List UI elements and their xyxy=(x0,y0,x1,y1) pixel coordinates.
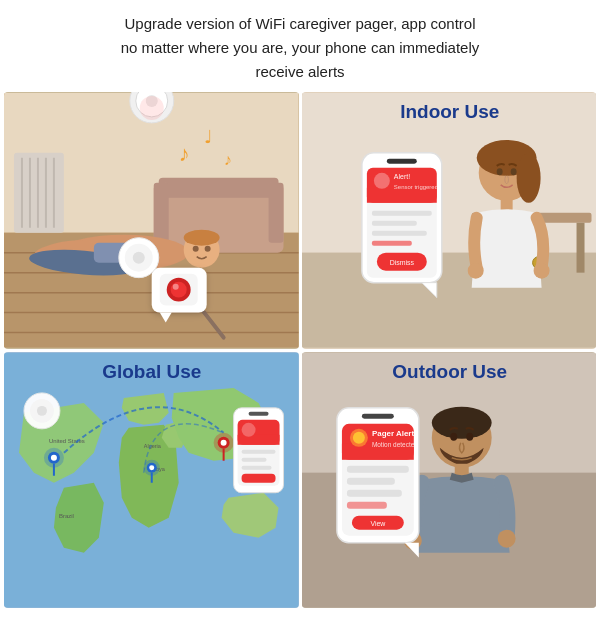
svg-point-88 xyxy=(149,465,154,470)
svg-rect-131 xyxy=(346,501,386,508)
svg-rect-106 xyxy=(242,473,276,482)
outdoor-use-cell: Outdoor Use xyxy=(302,352,597,609)
svg-point-112 xyxy=(431,406,491,438)
header-line3: receive alerts xyxy=(255,63,344,80)
svg-point-92 xyxy=(221,439,227,445)
svg-point-125 xyxy=(352,431,364,443)
svg-point-116 xyxy=(450,432,457,440)
header-description: Upgrade version of WiFi caregiver pager,… xyxy=(0,0,600,92)
svg-rect-46 xyxy=(302,253,597,348)
svg-text:Pager Alert: Pager Alert xyxy=(371,428,414,437)
svg-point-115 xyxy=(497,529,515,547)
svg-rect-11 xyxy=(269,183,284,243)
svg-point-59 xyxy=(510,168,516,175)
svg-rect-10 xyxy=(154,183,169,243)
svg-text:♪: ♪ xyxy=(179,141,190,166)
svg-point-57 xyxy=(467,263,483,279)
svg-rect-62 xyxy=(386,159,416,164)
svg-rect-49 xyxy=(576,223,584,273)
svg-point-84 xyxy=(51,454,57,460)
svg-point-96 xyxy=(37,405,47,415)
svg-rect-129 xyxy=(346,477,394,484)
svg-text:Outdoor Use: Outdoor Use xyxy=(392,360,507,381)
svg-point-58 xyxy=(496,168,502,175)
svg-rect-54 xyxy=(500,196,512,211)
svg-text:Algeria: Algeria xyxy=(144,442,162,448)
svg-point-29 xyxy=(205,246,211,252)
svg-rect-128 xyxy=(346,465,408,472)
indoor-use-cell: Indoor Use xyxy=(302,92,597,349)
svg-text:Motion detected: Motion detected xyxy=(371,440,417,447)
svg-point-117 xyxy=(466,432,473,440)
svg-text:Indoor Use: Indoor Use xyxy=(400,101,499,122)
svg-point-53 xyxy=(516,153,540,203)
svg-point-66 xyxy=(373,173,389,189)
svg-text:Brazil: Brazil xyxy=(59,512,74,518)
svg-rect-103 xyxy=(242,449,276,453)
svg-point-28 xyxy=(193,246,199,252)
svg-rect-69 xyxy=(371,211,431,216)
svg-text:♩: ♩ xyxy=(204,127,212,147)
svg-point-43 xyxy=(133,252,145,264)
svg-rect-105 xyxy=(242,465,272,469)
svg-rect-65 xyxy=(366,188,436,203)
svg-text:♪: ♪ xyxy=(224,151,232,168)
svg-rect-98 xyxy=(249,411,269,415)
svg-rect-120 xyxy=(361,413,393,418)
svg-text:Sensor triggered: Sensor triggered xyxy=(393,184,437,190)
svg-text:Global Use: Global Use xyxy=(102,360,201,381)
header-line1: Upgrade version of WiFi caregiver pager,… xyxy=(124,15,475,32)
svg-text:View: View xyxy=(370,519,386,526)
svg-rect-104 xyxy=(242,457,267,461)
svg-rect-70 xyxy=(371,221,416,226)
svg-point-56 xyxy=(533,263,549,279)
svg-point-27 xyxy=(184,230,220,246)
svg-rect-71 xyxy=(371,231,426,236)
page-container: Upgrade version of WiFi caregiver pager,… xyxy=(0,0,600,612)
svg-point-39 xyxy=(171,282,187,298)
svg-point-102 xyxy=(242,422,256,436)
svg-point-40 xyxy=(173,284,179,290)
global-use-cell: United States Algeria Libya Brazil China… xyxy=(4,352,299,609)
svg-rect-9 xyxy=(159,178,279,198)
svg-rect-130 xyxy=(346,489,401,496)
header-line2: no matter where you are, your phone can … xyxy=(121,39,480,56)
svg-point-21 xyxy=(140,96,164,120)
fall-detection-cell: ♪ ♩ ♪ xyxy=(4,92,299,349)
svg-text:Alert!: Alert! xyxy=(393,173,409,180)
svg-rect-72 xyxy=(371,241,411,246)
svg-text:Dismiss: Dismiss xyxy=(389,259,414,266)
feature-grid: ♪ ♩ ♪ xyxy=(0,92,600,612)
svg-rect-101 xyxy=(238,434,280,444)
